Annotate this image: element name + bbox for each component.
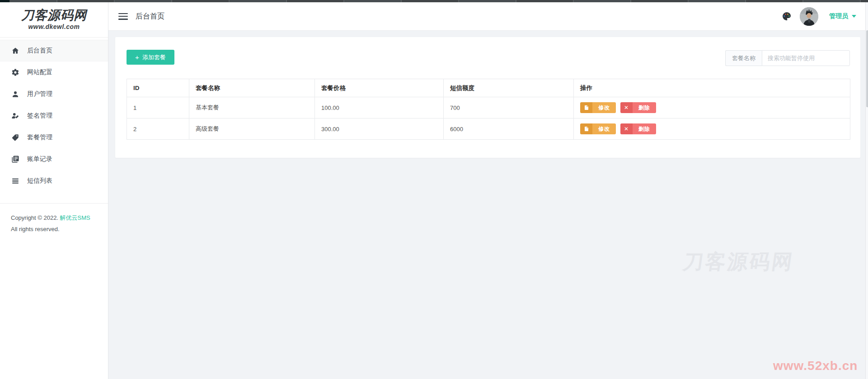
column-header-price: 套餐价格: [315, 79, 444, 97]
cell-actions: 修改 ✕ 删除: [574, 97, 850, 118]
delete-x-icon: ✕: [620, 123, 633, 134]
sidebar: 刀客源码网 www.dkewl.com 后台首页 网站配置 用户管理 签名管: [0, 2, 108, 379]
column-header-id: ID: [127, 79, 189, 97]
plus-icon: +: [135, 54, 139, 61]
sidebar-item-sms-list[interactable]: 短信列表: [0, 170, 108, 192]
add-package-button[interactable]: + 添加套餐: [127, 50, 174, 65]
sidebar-item-label: 用户管理: [27, 90, 52, 98]
sidebar-item-label: 账单记录: [27, 155, 52, 163]
edit-button[interactable]: 修改: [580, 123, 616, 134]
cell-actions: 修改 ✕ 删除: [574, 118, 850, 140]
user-avatar[interactable]: [800, 7, 818, 26]
sidebar-item-dashboard[interactable]: 后台首页: [0, 40, 108, 62]
table-header-row: ID 套餐名称 套餐价格 短信额度 操作: [127, 79, 850, 97]
cell-package-price: 100.00: [315, 97, 444, 118]
table-row: 1 基本套餐 100.00 700 修改 ✕ 删除: [127, 97, 850, 118]
cell-package-name: 高级套餐: [189, 118, 315, 140]
sidebar-item-site-config[interactable]: 网站配置: [0, 62, 108, 83]
ledger-icon: [11, 155, 19, 163]
header-right: 管理员: [781, 7, 856, 26]
delete-button[interactable]: ✕ 删除: [620, 102, 656, 113]
user-icon: [11, 90, 19, 98]
signature-icon: [11, 112, 19, 120]
copyright-rights: All rights reserved.: [11, 225, 97, 234]
copyright-link[interactable]: 解优云SMS: [60, 214, 90, 221]
list-icon: [11, 177, 19, 185]
search-input[interactable]: [762, 50, 850, 66]
sidebar-item-label: 套餐管理: [27, 133, 52, 142]
cell-id: 1: [127, 97, 189, 118]
sidebar-item-user-management[interactable]: 用户管理: [0, 83, 108, 105]
search-field-label: 套餐名称: [725, 50, 762, 66]
logo-title: 刀客源码网: [21, 9, 87, 22]
home-icon: [11, 47, 19, 55]
delete-button-label: 删除: [633, 102, 656, 113]
content-card: + 添加套餐 套餐名称 ID 套餐名称 套餐价格 短信额度 操作 1 基本套餐 …: [115, 37, 860, 158]
top-header: 后台首页 管理员: [108, 2, 865, 31]
cell-package-price: 300.00: [315, 118, 444, 140]
sidebar-toggle-icon[interactable]: [118, 13, 128, 20]
scrollbar-thumb[interactable]: [866, 30, 868, 107]
column-header-actions: 操作: [574, 79, 850, 97]
add-package-label: 添加套餐: [142, 53, 166, 62]
corner-watermark: www.52xb.cn: [773, 359, 858, 373]
chevron-down-icon: [852, 15, 856, 18]
table-row: 2 高级套餐 300.00 6000 修改 ✕ 删除: [127, 118, 850, 140]
delete-x-icon: ✕: [620, 102, 633, 113]
sidebar-item-label: 后台首页: [27, 47, 52, 55]
cell-id: 2: [127, 118, 189, 140]
sidebar-item-label: 签名管理: [27, 112, 52, 120]
packages-table: ID 套餐名称 套餐价格 短信额度 操作 1 基本套餐 100.00 700: [127, 79, 850, 140]
cell-sms-quota: 700: [444, 97, 574, 118]
logo-subtitle: www.dkewl.com: [28, 23, 80, 30]
tag-icon: [11, 133, 19, 142]
edit-button[interactable]: 修改: [580, 102, 616, 113]
sidebar-item-package-management[interactable]: 套餐管理: [0, 127, 108, 148]
edit-button-label: 修改: [592, 123, 616, 134]
scrollbar-track: [865, 2, 868, 379]
sidebar-item-billing-records[interactable]: 账单记录: [0, 148, 108, 170]
cell-sms-quota: 6000: [444, 118, 574, 140]
delete-button[interactable]: ✕ 删除: [620, 123, 656, 134]
user-menu[interactable]: 管理员: [829, 12, 856, 20]
delete-button-label: 删除: [633, 123, 656, 134]
theme-palette-icon[interactable]: [781, 11, 792, 22]
copyright: Copyright © 2022. 解优云SMS All rights rese…: [0, 204, 108, 244]
gear-icon: [11, 68, 19, 76]
column-header-name: 套餐名称: [189, 79, 315, 97]
edit-button-label: 修改: [592, 102, 616, 113]
search-group: 套餐名称: [725, 50, 850, 66]
column-header-quota: 短信额度: [444, 79, 574, 97]
edit-file-icon: [580, 123, 592, 134]
edit-file-icon: [580, 102, 592, 113]
logo[interactable]: 刀客源码网 www.dkewl.com: [0, 2, 108, 38]
sidebar-item-label: 短信列表: [27, 177, 52, 185]
cell-package-name: 基本套餐: [189, 97, 315, 118]
copyright-text: Copyright © 2022.: [11, 214, 58, 221]
sidebar-item-signature-management[interactable]: 签名管理: [0, 105, 108, 127]
background-watermark: 刀客源码网: [681, 248, 796, 275]
page-title: 后台首页: [136, 12, 164, 21]
sidebar-item-label: 网站配置: [27, 68, 52, 76]
sidebar-menu: 后台首页 网站配置 用户管理 签名管理 套餐管理: [0, 38, 108, 192]
user-name-label: 管理员: [829, 12, 848, 20]
